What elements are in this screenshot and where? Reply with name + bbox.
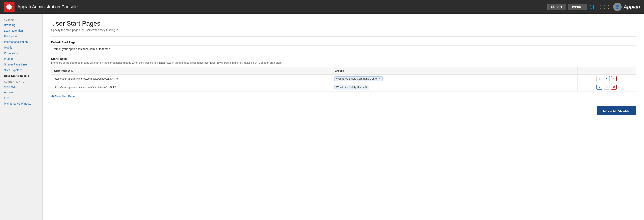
avatar[interactable]: 👤 <box>613 2 622 11</box>
actions-cell-2: ▲ ▼ ✕ <box>577 83 636 92</box>
sidebar-item-maintenance-window[interactable]: Maintenance Window <box>0 101 42 106</box>
start-pages-desc: Members of the specified groups will sta… <box>51 61 636 64</box>
move-up-button-2[interactable]: ▲ <box>596 84 602 90</box>
plus-icon: ⊕ <box>51 94 54 98</box>
active-arrow: › <box>28 74 29 77</box>
main-content: User Start Pages Specify the start pages… <box>43 14 644 220</box>
group-tag-1: Workforce Safety Command Center ✕ <box>334 76 383 81</box>
group-tag-close-1[interactable]: ✕ <box>379 77 381 80</box>
move-up-button-1[interactable]: ▲ <box>596 76 602 81</box>
layout: SYSTEM Branding Data Retention File Uplo… <box>0 14 644 220</box>
delete-button-1[interactable]: ✕ <box>611 76 616 81</box>
top-divider <box>51 36 636 37</box>
sidebar-item-permissions[interactable]: Permissions <box>0 50 42 56</box>
sidebar-item-appian[interactable]: Appian <box>0 90 42 95</box>
delete-button-2[interactable]: ✕ <box>611 84 616 90</box>
url-value-1: https://your-appian-instance.com/suite/s… <box>54 77 118 80</box>
brand-label: Appian <box>624 4 640 10</box>
sidebar: SYSTEM Branding Data Retention File Uplo… <box>0 14 42 220</box>
app-logo <box>4 2 14 12</box>
start-pages-table: Start Page URL Groups https://your-appia… <box>51 67 636 92</box>
import-button[interactable]: IMPORT <box>568 4 587 10</box>
move-down-button-2[interactable]: ▼ <box>604 84 610 90</box>
start-pages-label: Start Pages <box>51 57 636 60</box>
default-start-page-label: Default Start Page <box>51 41 636 44</box>
table-row: https://your-appian-instance.com/suite/s… <box>52 83 636 92</box>
table-row: https://your-appian-instance.com/suite/s… <box>52 74 636 83</box>
sidebar-item-ldap[interactable]: LDAP <box>0 95 42 101</box>
sidebar-item-signin-page-links[interactable]: Sign-in Page Links <box>0 62 42 67</box>
sidebar-item-plugins[interactable]: Plug-ins <box>0 56 42 62</box>
gear-icon <box>6 3 13 10</box>
actions-cell-1: ▲ ▼ ✕ <box>577 74 636 83</box>
auth-section-label: AUTHENTICATION <box>0 78 42 84</box>
save-changes-button[interactable]: SAVE CHANGES <box>597 106 636 115</box>
url-cell-2: https://your-appian-instance.com/suite/s… <box>52 83 332 92</box>
header-title: Appian Administration Console <box>17 4 78 10</box>
groups-cell-1: Workforce Safety Command Center ✕ <box>332 74 577 83</box>
col-url-header: Start Page URL <box>52 67 332 74</box>
group-tag-label-2: Workforce Safety Users <box>336 86 364 89</box>
system-section-label: SYSTEM <box>0 17 42 22</box>
groups-cell-2: Workforce Safety Users ✕ <box>332 83 577 92</box>
sidebar-item-branding[interactable]: Branding <box>0 22 42 28</box>
globe-icon[interactable]: 🌐 <box>589 4 596 10</box>
group-tag-label-1: Workforce Safety Command Center <box>336 77 378 80</box>
default-start-page-input[interactable] <box>51 46 636 52</box>
sidebar-item-data-retention[interactable]: Data Retention <box>0 28 42 34</box>
header: Appian Administration Console EXPORT IMP… <box>0 0 644 14</box>
url-value-2: https://your-appian-instance.com/suite/s… <box>54 86 116 89</box>
sidebar-item-internationalization[interactable]: Internationalization <box>0 39 42 45</box>
url-cell-1: https://your-appian-instance.com/suite/s… <box>52 74 332 83</box>
col-groups-header: Groups <box>332 67 577 74</box>
save-changes-row: SAVE CHANGES <box>51 106 636 115</box>
new-start-page-label: New Start Page <box>55 95 75 98</box>
grid-icon[interactable]: ⋮⋮⋮ <box>598 4 611 10</box>
group-tag-2: Workforce Safety Users ✕ <box>334 85 369 90</box>
sidebar-item-file-upload[interactable]: File Upload <box>0 34 42 39</box>
sidebar-item-user-start-pages[interactable]: User Start Pages › <box>0 73 42 78</box>
page-title: User Start Pages <box>51 20 636 27</box>
sidebar-item-api-keys[interactable]: API Keys <box>0 84 42 90</box>
header-right: EXPORT IMPORT 🌐 ⋮⋮⋮ 👤 Appian <box>547 2 640 11</box>
new-start-page-button[interactable]: ⊕ New Start Page <box>51 94 75 98</box>
header-left: Appian Administration Console <box>4 2 78 12</box>
start-pages-section: Start Pages Members of the specified gro… <box>51 57 636 98</box>
page-subtitle: Specify the start pages for users when t… <box>51 28 636 32</box>
move-down-button-1[interactable]: ▼ <box>604 76 610 81</box>
group-tag-close-2[interactable]: ✕ <box>365 86 367 89</box>
col-actions-header <box>577 67 636 74</box>
export-button[interactable]: EXPORT <box>547 4 566 10</box>
sidebar-item-sites-typeface[interactable]: Sites Typeface <box>0 67 42 73</box>
sidebar-item-mobile[interactable]: Mobile <box>0 45 42 50</box>
